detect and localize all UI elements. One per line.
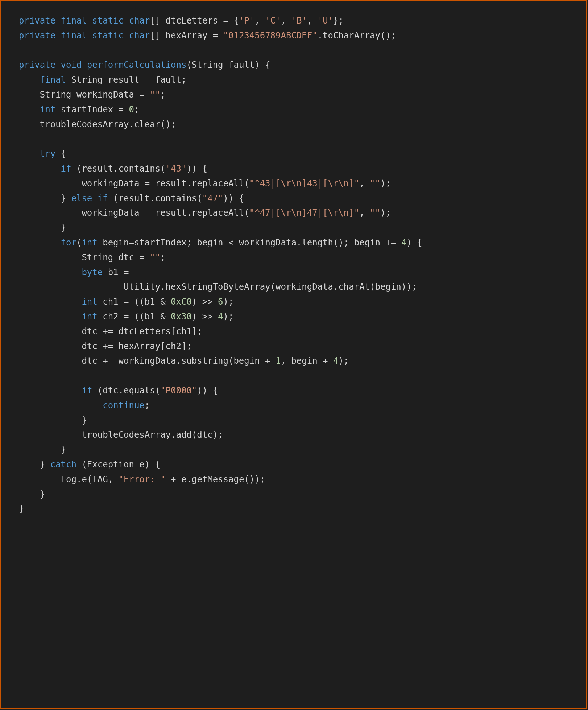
- token: );: [338, 356, 349, 366]
- token: [55, 16, 61, 26]
- token: startIndex =: [55, 104, 129, 115]
- code-line[interactable]: }: [19, 220, 568, 235]
- token: [124, 30, 129, 41]
- token-num: 0xC0: [171, 297, 192, 307]
- token-str: 'B': [291, 16, 307, 26]
- code-line[interactable]: }: [19, 442, 568, 457]
- code-line[interactable]: int ch1 = ((b1 & 0xC0) >> 6);: [19, 294, 568, 309]
- token: String workingData =: [19, 90, 150, 100]
- token-str: "47": [202, 193, 223, 203]
- token-str: "": [150, 90, 160, 100]
- token: String dtc =: [19, 252, 150, 263]
- code-line[interactable]: private void performCalculations(String …: [19, 58, 568, 73]
- token-str: "": [150, 252, 160, 263]
- code-line[interactable]: [19, 368, 568, 383]
- token-num: 4: [333, 356, 338, 366]
- code-line[interactable]: [19, 43, 568, 58]
- code-line[interactable]: troubleCodesArray.add(dtc);: [19, 428, 568, 442]
- token-str: "": [370, 208, 380, 218]
- token-type: byte: [82, 267, 103, 277]
- token: , begin +: [281, 356, 333, 366]
- code-line[interactable]: dtc += workingData.substring(begin + 1, …: [19, 354, 568, 368]
- code-line[interactable]: int ch2 = ((b1 & 0x30) >> 4);: [19, 309, 568, 324]
- token: begin=startIndex; begin < workingData.le…: [98, 238, 401, 248]
- code-line[interactable]: dtc += hexArray[ch2];: [19, 339, 568, 354]
- code-line[interactable]: Utility.hexStringToByteArray(workingData…: [19, 280, 568, 294]
- token: ;: [145, 400, 150, 410]
- token-fn-decl: performCalculations: [87, 60, 187, 70]
- code-line[interactable]: }: [19, 487, 568, 502]
- code-editor[interactable]: private final static char[] dtcLetters =…: [0, 0, 587, 709]
- token: dtc += workingData.substring(begin +: [19, 356, 276, 366]
- token: ,: [359, 208, 370, 218]
- code-line[interactable]: } catch (Exception e) {: [19, 457, 568, 472]
- code-line[interactable]: String dtc = "";: [19, 250, 568, 265]
- token: [92, 193, 97, 203]
- code-line[interactable]: for(int begin=startIndex; begin < workin…: [19, 235, 568, 250]
- token: ) {: [406, 238, 422, 248]
- token: ) >>: [192, 297, 218, 307]
- code-line[interactable]: if (result.contains("43")) {: [19, 161, 568, 176]
- token: ch2 = ((b1 &: [98, 311, 171, 322]
- code-line[interactable]: }: [19, 413, 568, 428]
- code-block[interactable]: private final static char[] dtcLetters =…: [19, 13, 568, 516]
- code-line[interactable]: continue;: [19, 398, 568, 413]
- token-kw: if: [98, 193, 108, 203]
- token: .toCharArray();: [318, 30, 396, 41]
- token: [19, 267, 82, 277]
- token: (Exception e) {: [76, 459, 160, 470]
- token: [] dtcLetters = {: [150, 16, 239, 26]
- token-kw: final: [61, 16, 87, 26]
- code-line[interactable]: dtc += dtcLetters[ch1];: [19, 324, 568, 339]
- token-type: int: [40, 104, 55, 115]
- token: }: [19, 223, 66, 233]
- token-kw: catch: [50, 459, 76, 470]
- token: [87, 16, 92, 26]
- code-line[interactable]: byte b1 =: [19, 265, 568, 280]
- token-kw: try: [40, 149, 55, 159]
- code-line[interactable]: workingData = result.replaceAll("^47|[\r…: [19, 206, 568, 220]
- token-str: "43": [166, 164, 187, 174]
- token-kw: static: [92, 30, 124, 41]
- token-kw: if: [82, 385, 92, 396]
- token: [19, 385, 82, 396]
- token: [87, 30, 92, 41]
- token: );: [380, 208, 391, 218]
- code-line[interactable]: private final static char[] hexArray = "…: [19, 28, 568, 43]
- token: ;: [160, 252, 165, 263]
- code-line[interactable]: final String result = fault;: [19, 73, 568, 87]
- token: [124, 16, 129, 26]
- token: }: [19, 445, 66, 455]
- token-str: 'U': [318, 16, 333, 26]
- token: troubleCodesArray.clear();: [19, 119, 176, 129]
- code-line[interactable]: private final static char[] dtcLetters =…: [19, 13, 568, 28]
- token: [82, 60, 87, 70]
- token-str: "": [370, 178, 380, 189]
- token-kw: private: [19, 60, 55, 70]
- token-kw: static: [92, 16, 124, 26]
- code-line[interactable]: [19, 132, 568, 146]
- token-kw: if: [61, 164, 71, 174]
- code-line[interactable]: int startIndex = 0;: [19, 102, 568, 117]
- code-line[interactable]: workingData = result.replaceAll("^43|[\r…: [19, 176, 568, 191]
- token-type: char: [129, 30, 150, 41]
- token: (String fault) {: [186, 60, 270, 70]
- code-line[interactable]: String workingData = "";: [19, 87, 568, 102]
- token: Utility.hexStringToByteArray(workingData…: [19, 282, 417, 292]
- code-line[interactable]: Log.e(TAG, "Error: " + e.getMessage());: [19, 472, 568, 487]
- token: }: [19, 504, 24, 514]
- token: ) >>: [192, 311, 218, 322]
- token-type: int: [82, 297, 97, 307]
- code-line[interactable]: if (dtc.equals("P0000")) {: [19, 383, 568, 398]
- code-line[interactable]: } else if (result.contains("47")) {: [19, 191, 568, 206]
- token: )) {: [223, 193, 244, 203]
- token: ,: [281, 16, 291, 26]
- code-line[interactable]: troubleCodesArray.clear();: [19, 117, 568, 132]
- token-num: 1: [276, 356, 281, 366]
- code-line[interactable]: try {: [19, 146, 568, 161]
- token-kw: final: [61, 30, 87, 41]
- code-line[interactable]: }: [19, 501, 568, 516]
- token-kw: final: [40, 75, 66, 85]
- token: )) {: [197, 385, 218, 396]
- token: (result.contains(: [108, 193, 202, 203]
